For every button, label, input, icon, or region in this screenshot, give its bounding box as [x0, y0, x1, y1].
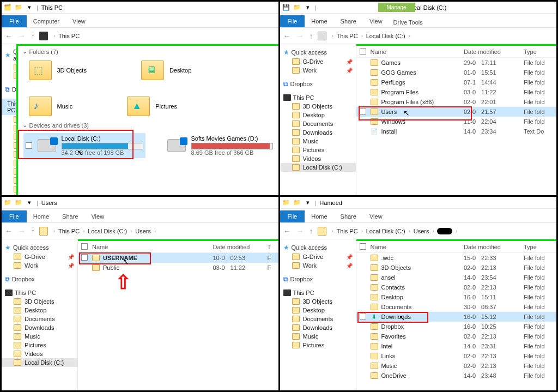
crumb-c[interactable]: Local Disk (C:)	[88, 228, 127, 234]
manage-contextual-tab[interactable]: Manage	[378, 3, 415, 12]
sidebar-item[interactable]: Documents	[280, 119, 356, 128]
sidebar-item[interactable]: Downloads	[2, 141, 16, 150]
col-date[interactable]: Date modified	[464, 49, 524, 55]
folder-tile-desktop[interactable]: 🖥Desktop	[141, 61, 191, 80]
list-row[interactable]: GOG Games01-015:51File fold	[356, 68, 557, 77]
list-row[interactable]: Public03-011:22F	[78, 263, 278, 273]
sidebar-item[interactable]: Videos	[2, 349, 77, 358]
crumb-thispc[interactable]: This PC	[337, 33, 358, 39]
sidebar-item[interactable]: Pictures	[280, 341, 356, 349]
sidebar-item-gdrive[interactable]: G-Drive📌	[2, 63, 16, 71]
sidebar-item[interactable]: Music	[280, 137, 356, 146]
sidebar-dropbox[interactable]: Dropbox	[12, 86, 16, 93]
sidebar-item[interactable]: Desktop	[280, 306, 356, 315]
sidebar-quick-access[interactable]: Quick access	[292, 244, 327, 251]
chevron-down-icon[interactable]: ▾	[26, 199, 33, 207]
crumb-thispc[interactable]: This PC	[58, 228, 80, 234]
tab-home[interactable]: Home	[305, 15, 333, 27]
sidebar-item[interactable]: Desktop	[2, 306, 77, 315]
sidebar-item[interactable]: 3D Objects	[280, 297, 356, 306]
row-checkbox[interactable]	[360, 313, 366, 319]
sidebar-thispc[interactable]: This PC	[293, 290, 314, 296]
sidebar-item[interactable]: Documents	[2, 132, 16, 141]
row-checkbox[interactable]	[360, 108, 366, 114]
list-row[interactable]: Favorites02-022:13File fold	[356, 331, 557, 341]
select-all-checkbox[interactable]	[360, 48, 366, 55]
tab-share[interactable]: Share	[334, 210, 363, 222]
list-row[interactable]: Games29-017:11File fold	[356, 58, 557, 68]
list-row[interactable]: .wdc15-022:33File fold	[356, 253, 557, 263]
tab-file[interactable]: File	[2, 15, 27, 27]
folder-tile-pictures[interactable]: ▲Pictures	[127, 97, 177, 116]
sidebar-item[interactable]: Downloads	[2, 323, 77, 332]
list-row[interactable]: 3D Objects02-022:13File fold	[356, 263, 557, 273]
sidebar-item[interactable]: Local Disk (C:)	[2, 358, 77, 367]
sidebar-item-gdrive[interactable]: G-Drive📌	[280, 252, 356, 261]
sidebar-item[interactable]: Pictures	[2, 341, 77, 349]
list-row[interactable]: 📄Install14-023:34Text Do	[356, 126, 557, 136]
sidebar-item[interactable]: 3D Objects	[2, 297, 77, 306]
list-row[interactable]: Program Files03-011:22File fold	[356, 87, 557, 97]
sidebar-item[interactable]: Desktop	[2, 124, 16, 132]
sidebar-item-work[interactable]: Work📌	[2, 261, 77, 270]
tab-drive-tools[interactable]: Drive Tools	[389, 17, 427, 27]
expand-icon[interactable]: ⌄	[22, 122, 27, 129]
expand-icon[interactable]: ⌄	[22, 48, 27, 55]
sidebar-item-work[interactable]: Work📌	[280, 261, 356, 270]
sidebar-quick-access[interactable]: Quick access	[13, 244, 48, 251]
sidebar-item[interactable]: Local Disk (C:)	[280, 163, 356, 172]
sidebar-item[interactable]: Pictures	[280, 146, 356, 154]
tab-computer[interactable]: Computer	[27, 15, 66, 27]
nav-up[interactable]: ↑	[31, 227, 35, 236]
nav-fwd[interactable]: →	[18, 227, 26, 236]
list-row[interactable]: Program Files (x86)02-022:01File fold	[356, 97, 557, 107]
col-name[interactable]: Name	[92, 244, 213, 250]
sidebar-thispc[interactable]: This PC	[7, 100, 16, 113]
sidebar-item[interactable]: Music	[2, 150, 16, 159]
sidebar-quick-access[interactable]: Quick access	[292, 49, 327, 56]
chevron-down-icon[interactable]: ▾	[304, 199, 312, 207]
sidebar-item-gdrive[interactable]: G-Drive📌	[280, 57, 356, 66]
sidebar-item[interactable]: Music	[2, 332, 77, 341]
list-row[interactable]: Documents30-008:37File fold	[356, 302, 557, 312]
sidebar-thispc[interactable]: This PC	[293, 94, 314, 101]
section-folders[interactable]: Folders (7)	[29, 49, 58, 55]
col-name[interactable]: Name	[371, 49, 464, 55]
drive-c[interactable]: Local Disk (C:) 34.2 GB free of 198 GB	[23, 133, 145, 158]
list-row[interactable]: Dropbox16-010:25File fold	[356, 322, 557, 331]
row-checkbox[interactable]	[81, 254, 88, 261]
sidebar-item[interactable]: 3D Objects	[2, 115, 16, 124]
tab-view[interactable]: View	[363, 15, 389, 27]
crumb-c[interactable]: Local Disk (C:)	[366, 228, 405, 234]
sidebar-item[interactable]: Documents	[280, 315, 356, 323]
crumb-users[interactable]: Users	[135, 228, 151, 234]
sidebar-item[interactable]: 3D Objects	[280, 102, 356, 111]
select-all-checkbox[interactable]	[81, 243, 88, 250]
list-row[interactable]: Users02-021:57File fold	[356, 107, 557, 117]
nav-back[interactable]: ←	[5, 32, 13, 40]
list-row[interactable]: Links02-022:13File fold	[356, 351, 557, 361]
sidebar-item[interactable]: Documents	[2, 315, 77, 323]
chevron-down-icon[interactable]: ▾	[304, 4, 312, 11]
nav-back[interactable]: ←	[283, 32, 291, 40]
sidebar-item-work[interactable]: Work📌	[2, 71, 16, 80]
nav-up[interactable]: ↑	[310, 32, 313, 40]
nav-fwd[interactable]: →	[296, 227, 304, 236]
col-date[interactable]: Date modified	[464, 244, 524, 250]
nav-fwd[interactable]: →	[296, 32, 304, 40]
tab-share[interactable]: Share	[56, 210, 84, 222]
tab-file[interactable]: File	[280, 210, 305, 222]
col-type[interactable]: T	[268, 244, 278, 250]
list-row[interactable]: Intel14-023:31File fold	[356, 341, 557, 351]
sidebar-dropbox[interactable]: Dropbox	[290, 276, 313, 282]
nav-back[interactable]: ←	[5, 227, 13, 236]
folder-tile-music[interactable]: ♪Music	[29, 97, 73, 116]
sidebar-item[interactable]: Music	[280, 332, 356, 341]
sidebar-item[interactable]: Desktop	[280, 111, 356, 119]
nav-fwd[interactable]: →	[18, 32, 26, 40]
tab-view[interactable]: View	[363, 210, 389, 222]
col-type[interactable]: Type	[524, 244, 556, 250]
crumb-username-redacted[interactable]	[437, 228, 452, 234]
drive-d[interactable]: Softs Movies Games (D:) 8.69 GB free of …	[167, 133, 273, 158]
crumb-thispc[interactable]: This PC	[58, 33, 80, 39]
